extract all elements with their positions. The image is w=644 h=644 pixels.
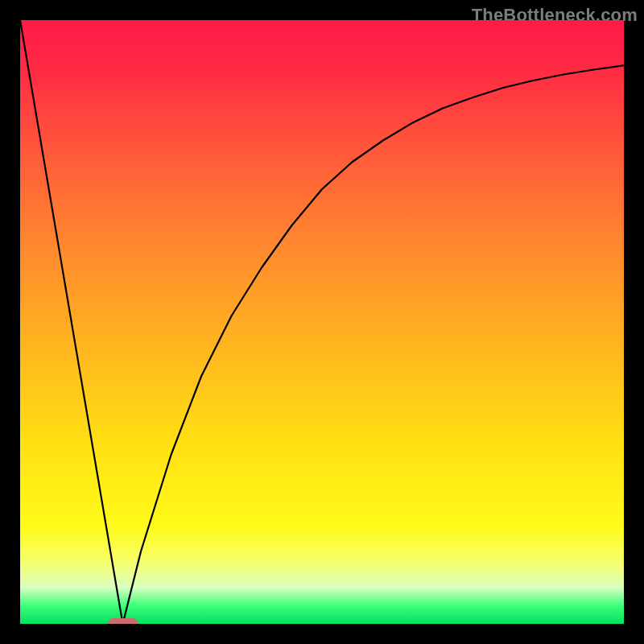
- chart-container: TheBottleneck.com: [0, 0, 644, 644]
- optimal-marker: [108, 618, 138, 624]
- bottleneck-curve: [20, 20, 624, 624]
- curve-path: [20, 20, 624, 624]
- plot-area: [20, 20, 624, 624]
